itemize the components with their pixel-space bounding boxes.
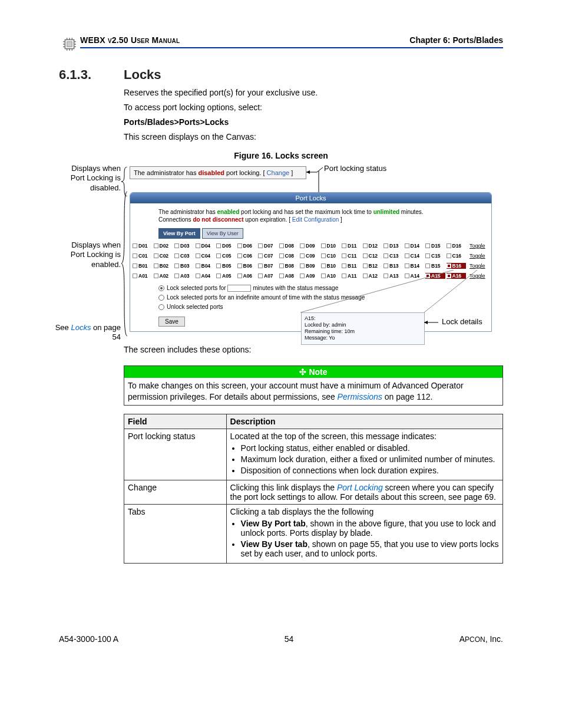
port-D07[interactable]: D07 bbox=[258, 243, 278, 249]
port-D04[interactable]: D04 bbox=[196, 243, 216, 249]
callout-disabled: Displays when Port Locking is disabled. bbox=[56, 164, 121, 194]
section-p2: To access port locking options, select: bbox=[124, 102, 503, 113]
port-B11[interactable]: B11 bbox=[342, 263, 362, 269]
locks-xref-link[interactable]: Locks bbox=[71, 323, 91, 332]
port-A05[interactable]: A05 bbox=[216, 273, 236, 279]
port-B13[interactable]: B13 bbox=[384, 263, 404, 269]
minutes-input[interactable] bbox=[227, 285, 251, 292]
port-B06[interactable]: B06 bbox=[237, 263, 257, 269]
radio-lock-minutes[interactable] bbox=[158, 285, 164, 291]
port-B15[interactable]: B15 bbox=[425, 263, 445, 269]
port-C04[interactable]: C04 bbox=[196, 253, 216, 259]
port-C12[interactable]: C12 bbox=[363, 253, 383, 259]
callout-lock-details: Lock details bbox=[442, 317, 482, 326]
p-after: The screen includes these options: bbox=[124, 344, 503, 355]
port-C15[interactable]: C15 bbox=[425, 253, 445, 259]
port-A04[interactable]: A04 bbox=[196, 273, 216, 279]
th-desc: Description bbox=[226, 414, 503, 429]
port-D01[interactable]: D01 bbox=[133, 243, 153, 249]
panel-intro: The administrator has enabled port locki… bbox=[130, 203, 491, 227]
port-A07[interactable]: A07 bbox=[258, 273, 278, 279]
section-heading: 6.1.3.Locks bbox=[59, 67, 503, 83]
port-A02[interactable]: A02 bbox=[154, 273, 174, 279]
td-desc-change: Clicking this link displays the Port Loc… bbox=[226, 480, 503, 505]
port-B09[interactable]: B09 bbox=[300, 263, 320, 269]
port-C02[interactable]: C02 bbox=[154, 253, 174, 259]
svg-line-22 bbox=[424, 270, 477, 312]
port-D15[interactable]: D15 bbox=[425, 243, 445, 249]
save-button[interactable]: Save bbox=[158, 317, 185, 327]
port-C05[interactable]: C05 bbox=[216, 253, 236, 259]
tab-view-by-user[interactable]: View By User bbox=[202, 228, 243, 239]
port-D16[interactable]: D16 bbox=[447, 243, 467, 249]
section-path: Ports/Blades>Ports>Locks bbox=[124, 117, 503, 128]
port-A08[interactable]: A08 bbox=[279, 273, 299, 279]
edit-config-link[interactable]: Edit Configuration bbox=[292, 216, 339, 223]
port-B14[interactable]: B14 bbox=[405, 263, 425, 269]
port-D12[interactable]: D12 bbox=[363, 243, 383, 249]
port-locking-link[interactable]: Port Locking bbox=[337, 483, 383, 492]
port-C07[interactable]: C07 bbox=[258, 253, 278, 259]
port-C10[interactable]: C10 bbox=[321, 253, 341, 259]
port-B08[interactable]: B08 bbox=[279, 263, 299, 269]
port-B05[interactable]: B05 bbox=[216, 263, 236, 269]
port-D03[interactable]: D03 bbox=[174, 243, 194, 249]
tab-view-by-port[interactable]: View By Port bbox=[158, 228, 200, 239]
permissions-link[interactable]: Permissions bbox=[338, 392, 382, 401]
page-footer: A54-3000-100 A 54 APCON, Inc. bbox=[59, 634, 503, 644]
chip-icon bbox=[62, 37, 77, 52]
callout-status: Port locking status bbox=[324, 164, 386, 173]
section-p3: This screen displays on the Canvas: bbox=[124, 131, 503, 143]
port-D08[interactable]: D08 bbox=[279, 243, 299, 249]
port-row-D: D01D02D03D04D05D06D07D08D09D10D11D12D13D… bbox=[133, 241, 489, 251]
port-D11[interactable]: D11 bbox=[342, 243, 362, 249]
port-B03[interactable]: B03 bbox=[174, 263, 194, 269]
header-left: WEBX v2.50 User Manual bbox=[80, 35, 180, 45]
port-C14[interactable]: C14 bbox=[405, 253, 425, 259]
port-C06[interactable]: C06 bbox=[237, 253, 257, 259]
port-D14[interactable]: D14 bbox=[405, 243, 425, 249]
port-C09[interactable]: C09 bbox=[300, 253, 320, 259]
toggle-row-C[interactable]: Toggle bbox=[470, 253, 487, 259]
section-p1: Reserves the specified port(s) for your … bbox=[124, 87, 503, 98]
port-B10[interactable]: B10 bbox=[321, 263, 341, 269]
port-A06[interactable]: A06 bbox=[237, 273, 257, 279]
td-field-change: Change bbox=[124, 480, 227, 505]
port-C03[interactable]: C03 bbox=[174, 253, 194, 259]
port-D09[interactable]: D09 bbox=[300, 243, 320, 249]
options-table: Field Description Port locking status Lo… bbox=[124, 414, 503, 564]
port-B01[interactable]: B01 bbox=[133, 263, 153, 269]
port-B07[interactable]: B07 bbox=[258, 263, 278, 269]
footer-center: 54 bbox=[285, 634, 294, 644]
radio-unlock[interactable] bbox=[158, 304, 164, 310]
port-A03[interactable]: A03 bbox=[174, 273, 194, 279]
port-C08[interactable]: C08 bbox=[279, 253, 299, 259]
port-C01[interactable]: C01 bbox=[133, 253, 153, 259]
port-D06[interactable]: D06 bbox=[237, 243, 257, 249]
radio-lock-indef[interactable] bbox=[158, 295, 164, 301]
svg-rect-1 bbox=[67, 42, 72, 47]
port-D02[interactable]: D02 bbox=[154, 243, 174, 249]
figure-caption: Figure 16. Locks screen bbox=[59, 151, 503, 160]
callout-see-locks: See Locks on page 54 bbox=[51, 323, 121, 343]
port-B12[interactable]: B12 bbox=[363, 263, 383, 269]
port-C11[interactable]: C11 bbox=[342, 253, 362, 259]
port-D13[interactable]: D13 bbox=[384, 243, 404, 249]
th-field: Field bbox=[124, 414, 227, 429]
port-C13[interactable]: C13 bbox=[384, 253, 404, 259]
port-A01[interactable]: A01 bbox=[133, 273, 153, 279]
port-B16[interactable]: B16 bbox=[447, 263, 467, 269]
note-box: ✣ Note To make changes on this screen, y… bbox=[124, 365, 503, 406]
port-C16[interactable]: C16 bbox=[447, 253, 467, 259]
port-row-C: C01C02C03C04C05C06C07C08C09C10C11C12C13C… bbox=[133, 251, 489, 261]
port-B02[interactable]: B02 bbox=[154, 263, 174, 269]
change-link[interactable]: Change bbox=[267, 169, 290, 176]
disabled-status-bar: The administrator has disabled port lock… bbox=[130, 166, 306, 179]
port-D10[interactable]: D10 bbox=[321, 243, 341, 249]
toggle-row-D[interactable]: Toggle bbox=[470, 243, 487, 249]
toggle-row-B[interactable]: Toggle bbox=[470, 263, 487, 269]
lock-tooltip: A15: Locked by: admin Remaining time: 10… bbox=[301, 312, 425, 345]
svg-line-21 bbox=[300, 270, 454, 312]
port-B04[interactable]: B04 bbox=[196, 263, 216, 269]
port-D05[interactable]: D05 bbox=[216, 243, 236, 249]
